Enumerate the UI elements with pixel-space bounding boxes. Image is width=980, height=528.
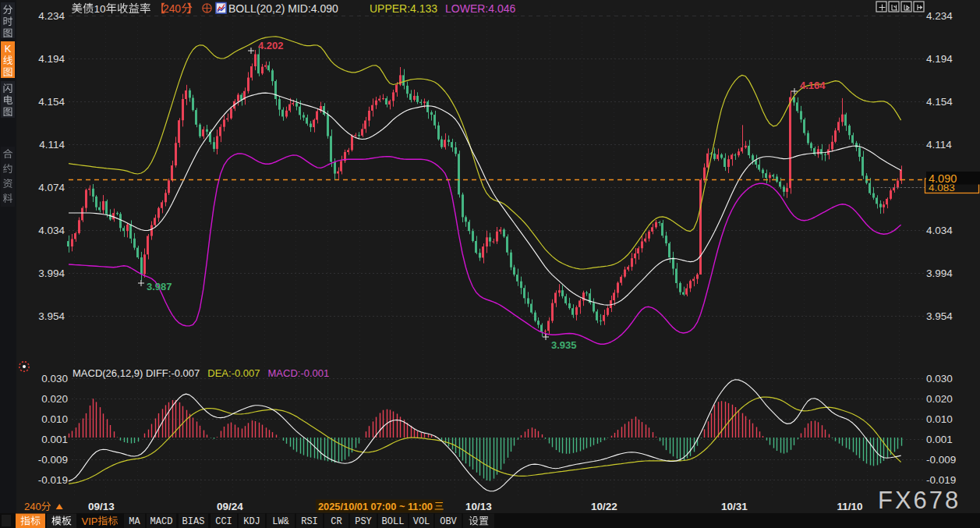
svg-text:240: 240: [24, 501, 41, 512]
svg-text:LOWER:4.046: LOWER:4.046: [445, 2, 515, 15]
svg-text:-0.019: -0.019: [926, 474, 956, 486]
svg-text:0.001: 0.001: [926, 434, 953, 445]
svg-text:4.194: 4.194: [38, 53, 65, 65]
svg-text:10/13: 10/13: [465, 501, 492, 512]
svg-text:MA: MA: [129, 516, 140, 527]
svg-text:-0.009: -0.009: [38, 454, 68, 466]
svg-text:4.114: 4.114: [926, 139, 952, 151]
svg-text:4.114: 4.114: [39, 139, 65, 151]
svg-text:3.994: 3.994: [38, 268, 65, 279]
svg-text:0.030: 0.030: [926, 373, 953, 384]
svg-text:MACD: MACD: [150, 516, 173, 527]
svg-text:4.234: 4.234: [926, 10, 953, 22]
svg-text:0.030: 0.030: [41, 373, 68, 384]
svg-text:DEA:-0.007: DEA:-0.007: [207, 367, 260, 379]
svg-text:10/31: 10/31: [721, 501, 748, 512]
svg-text:09/13: 09/13: [88, 501, 115, 512]
svg-text:4.154: 4.154: [926, 96, 953, 108]
svg-text:VIP: VIP: [82, 516, 98, 527]
svg-text:LW&: LW&: [272, 516, 289, 527]
svg-text:11/10: 11/10: [837, 501, 862, 512]
svg-text:4.034: 4.034: [926, 225, 953, 236]
svg-text:4.090: 4.090: [929, 172, 957, 185]
svg-text:K: K: [5, 43, 12, 55]
svg-text:CR: CR: [331, 516, 341, 527]
svg-text:0.010: 0.010: [926, 413, 953, 425]
svg-text:MACD:-0.001: MACD:-0.001: [268, 367, 330, 379]
svg-text:-0.009: -0.009: [926, 454, 956, 466]
svg-text:0.001: 0.001: [41, 434, 68, 445]
svg-text:BIAS: BIAS: [182, 516, 205, 527]
svg-text:KDJ: KDJ: [243, 516, 260, 527]
svg-text:PSY: PSY: [355, 516, 372, 527]
svg-text:3.987: 3.987: [147, 281, 172, 292]
svg-text:4.074: 4.074: [38, 182, 65, 193]
svg-text:BOLL: BOLL: [382, 516, 405, 527]
svg-text:3.994: 3.994: [926, 268, 953, 279]
svg-text:FX678: FX678: [878, 487, 961, 514]
svg-text:4.034: 4.034: [38, 225, 65, 236]
svg-text:UPPER:4.133: UPPER:4.133: [370, 2, 437, 15]
svg-text:3.954: 3.954: [926, 310, 953, 322]
svg-text:3.954: 3.954: [38, 310, 65, 322]
svg-text:10: 10: [94, 3, 106, 15]
svg-text:VOL: VOL: [413, 516, 430, 527]
svg-text:MACD(26,12,9) DIFF:-0.007: MACD(26,12,9) DIFF:-0.007: [73, 367, 200, 379]
svg-text:0.020: 0.020: [926, 393, 953, 405]
svg-text:4.194: 4.194: [926, 53, 953, 65]
svg-text:RSI: RSI: [301, 516, 318, 527]
svg-text:4.234: 4.234: [38, 10, 65, 22]
svg-text:0.010: 0.010: [41, 413, 68, 425]
svg-text:09/24: 09/24: [217, 501, 243, 512]
svg-text:0.020: 0.020: [41, 393, 68, 405]
svg-text:-0.019: -0.019: [38, 474, 68, 486]
svg-text:BOLL(20,2) MID:4.090: BOLL(20,2) MID:4.090: [228, 2, 338, 15]
svg-text:240: 240: [163, 3, 181, 15]
svg-text:4.164: 4.164: [800, 80, 826, 91]
svg-text:4.202: 4.202: [258, 40, 284, 51]
svg-text:10/22: 10/22: [591, 501, 617, 512]
svg-text:OBV: OBV: [440, 516, 457, 527]
svg-text:2025/10/01 07:00 ~ 11:00: 2025/10/01 07:00 ~ 11:00: [318, 501, 433, 512]
svg-text:4.154: 4.154: [38, 96, 65, 108]
svg-text:3.935: 3.935: [551, 339, 577, 351]
svg-text:CCI: CCI: [215, 516, 232, 527]
